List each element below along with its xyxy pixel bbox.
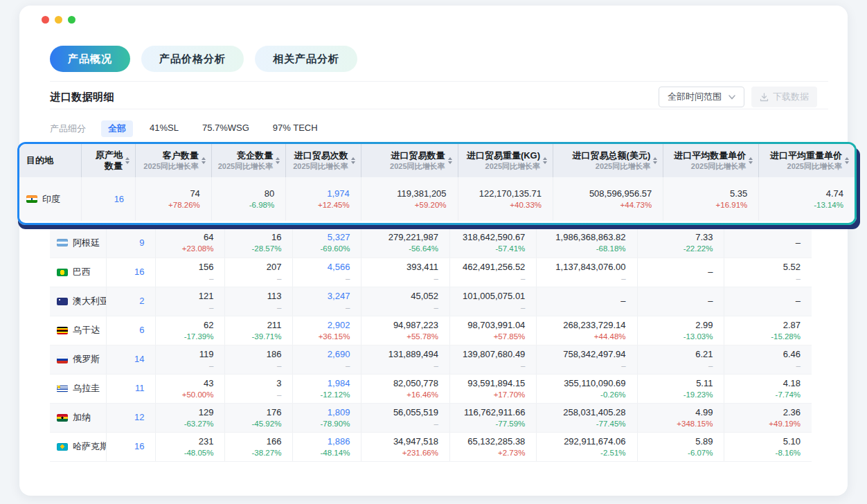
column-header-trade-quantity[interactable]: 进口贸易数量2025同比增长率 <box>361 144 458 177</box>
growth-rate: – <box>434 361 438 371</box>
growth-rate: -63.27% <box>184 419 214 429</box>
growth-rate: – <box>621 361 625 371</box>
value-link[interactable]: 16 <box>134 266 144 278</box>
filter-option-2[interactable]: 75.7%WSG <box>195 120 256 137</box>
growth-rate: – <box>521 303 525 313</box>
cell-trade-total: 292,911,674.06-2.51% <box>537 432 637 461</box>
column-growth-sublabel: 2025同比增长率 <box>596 161 650 171</box>
sort-icon[interactable] <box>351 157 355 164</box>
table-row-ug: 乌干达662-17.39%211-39.71%2,902+36.15%94,98… <box>50 316 812 345</box>
value-link[interactable]: 4,566 <box>328 261 350 273</box>
value-link[interactable]: 3,247 <box>328 290 350 303</box>
country-name: 哈萨克斯坦 <box>73 440 106 453</box>
highlight-box-inner: 目的地原产地 数量客户数量2025同比增长率竞企数量2025同比增长率进口贸易次… <box>19 144 855 223</box>
value: 116,762,911.66 <box>464 406 525 419</box>
cell-trade-quantity: 94,987,223+55.78% <box>361 316 450 345</box>
sort-icon[interactable] <box>543 157 547 164</box>
value-link[interactable]: 6 <box>139 324 144 336</box>
column-header-trade-total[interactable]: 进口贸易总额(美元)2025同比增长率 <box>553 144 663 177</box>
value: – <box>796 237 801 249</box>
download-button[interactable]: 下载数据 <box>751 87 817 107</box>
sort-icon[interactable] <box>749 157 753 164</box>
value: 7.33 <box>695 231 713 244</box>
column-header-trade-count[interactable]: 进口贸易次数2025同比增长率 <box>286 144 361 177</box>
sort-icon[interactable] <box>448 157 452 164</box>
value: 1,137,843,076.00 <box>555 261 625 273</box>
cell-avg-weight-price: 6.46– <box>724 345 812 374</box>
minimize-window-icon[interactable] <box>55 16 62 24</box>
value: 186 <box>267 348 282 361</box>
value: 80 <box>265 188 274 200</box>
column-growth-sublabel: 2025同比增长率 <box>293 161 348 171</box>
tab-product-overview[interactable]: 产品概况 <box>50 46 130 72</box>
value-link[interactable]: 11 <box>135 382 145 395</box>
growth-rate: -15.28% <box>771 332 801 342</box>
tab-related-products[interactable]: 相关产品分析 <box>255 46 357 72</box>
value: 5.52 <box>783 261 801 273</box>
column-header-customer-count[interactable]: 客户数量2025同比增长率 <box>136 144 212 177</box>
value-link[interactable]: 12 <box>134 411 144 424</box>
column-header-origin-count[interactable]: 原产地 数量 <box>81 144 135 177</box>
sort-icon[interactable] <box>276 157 280 164</box>
filter-option-1[interactable]: 41%SL <box>143 120 186 137</box>
cell-competitor-count: 113– <box>225 287 293 316</box>
growth-rate: +40.33% <box>510 200 542 210</box>
value: 2.87 <box>783 319 801 332</box>
value: – <box>620 295 625 307</box>
divider <box>50 109 828 109</box>
column-header-avg-weight-price[interactable]: 进口平均重量单价2025同比增长率 <box>759 144 855 177</box>
sort-icon[interactable] <box>653 157 657 164</box>
value-link[interactable]: 2,902 <box>328 319 350 332</box>
sort-icon[interactable] <box>125 157 129 164</box>
value-link[interactable]: 1,984 <box>328 377 350 390</box>
value-link[interactable]: 5,327 <box>328 231 350 244</box>
flag-ru-icon <box>57 356 68 363</box>
cell-avg-weight-price: 2.36+49.19% <box>724 403 812 432</box>
value: 758,342,497.94 <box>563 348 625 361</box>
flag-au-icon <box>57 298 68 305</box>
filter-option-0[interactable]: 全部 <box>101 120 133 137</box>
sort-icon[interactable] <box>845 157 849 164</box>
value-link[interactable]: 16 <box>134 440 144 453</box>
tab-price-analysis[interactable]: 产品价格分析 <box>141 46 244 72</box>
cell-customer-count: 231-48.05% <box>156 432 225 461</box>
cell-trade-weight: 116,762,911.66-77.59% <box>449 403 536 432</box>
section-header: 进口数据明细 全部时间范围 下载数据 <box>50 86 817 108</box>
value-link[interactable]: 14 <box>134 353 144 366</box>
time-range-select[interactable]: 全部时间范围 <box>659 87 744 107</box>
cell-trade-weight: 318,642,590.67-57.41% <box>449 228 536 258</box>
column-header-trade-weight[interactable]: 进口贸易重量(KG)2025同比增长率 <box>458 144 553 177</box>
value: – <box>708 266 713 278</box>
growth-rate: +44.48% <box>594 332 626 342</box>
column-title: 进口贸易重量(KG) <box>467 150 540 161</box>
value: 65,132,285.38 <box>467 435 525 448</box>
close-window-icon[interactable] <box>42 16 49 24</box>
value: – <box>708 295 713 307</box>
cell-competitor-count: 80-6.98% <box>211 177 285 221</box>
growth-rate: – <box>346 361 350 371</box>
country-name: 阿根廷 <box>73 237 100 249</box>
growth-rate: +50.00% <box>182 390 214 400</box>
maximize-window-icon[interactable] <box>68 16 75 24</box>
cell-trade-total: 258,031,405.28-77.45% <box>537 403 637 432</box>
filter-option-3[interactable]: 97% TECH <box>266 120 325 137</box>
value-link[interactable]: 1,809 <box>328 406 350 419</box>
growth-rate: -19.23% <box>683 390 713 400</box>
value-link[interactable]: 9 <box>139 237 144 249</box>
value-link[interactable]: 16 <box>114 193 124 206</box>
value-link[interactable]: 1,886 <box>328 435 350 448</box>
value-link[interactable]: 2 <box>139 295 144 307</box>
chevron-down-icon <box>729 95 735 100</box>
value: 94,987,223 <box>393 319 438 332</box>
cell-customer-count: 62-17.39% <box>156 316 225 345</box>
column-header-avg-quantity-price[interactable]: 进口平均数量单价2025同比增长率 <box>663 144 759 177</box>
value: 318,642,590.67 <box>463 231 525 244</box>
column-header-competitor-count[interactable]: 竞企数量2025同比增长率 <box>211 144 285 177</box>
sort-icon[interactable] <box>202 157 206 164</box>
value-link[interactable]: 2,690 <box>328 348 350 361</box>
growth-rate: -0.26% <box>600 390 625 400</box>
cell-customer-count: 64+23.08% <box>156 228 225 258</box>
growth-rate: +55.78% <box>406 332 438 342</box>
value-link[interactable]: 1,974 <box>327 188 350 200</box>
cell-origin-count: 16 <box>81 177 135 221</box>
